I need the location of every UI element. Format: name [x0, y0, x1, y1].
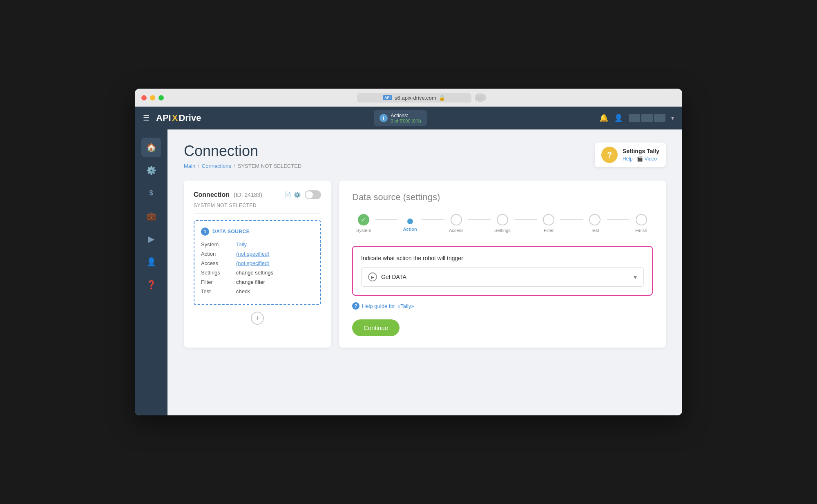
- actions-count: 0 of 5'000 (0%): [391, 118, 421, 123]
- avatar-block-2: [641, 114, 653, 122]
- breadcrumb-current: SYSTEM NOT SELECTED: [238, 163, 302, 169]
- ds-value-action[interactable]: (not specified): [236, 251, 270, 257]
- step-line-3: [468, 219, 491, 220]
- app-body: 🏠 ⚙️ $ 💼 ▶ 👤 ❓ Connection Main / Connect…: [135, 129, 682, 415]
- step-circle-settings: [497, 214, 508, 225]
- logo-text-pre: API: [156, 113, 171, 123]
- main-content: Connection Main / Connections / SYSTEM N…: [167, 129, 682, 415]
- sidebar-item-billing[interactable]: $: [141, 183, 161, 203]
- sidebar-item-workflows[interactable]: ⚙️: [141, 161, 161, 180]
- dropdown-chevron: ▾: [634, 273, 637, 281]
- step-label-filter: Filter: [544, 228, 554, 233]
- right-panel-title: Data source (settings): [352, 192, 653, 203]
- page-title: Connection: [184, 143, 301, 160]
- step-settings: Settings: [491, 214, 514, 233]
- action-selected-value: Get DATA: [381, 274, 406, 280]
- info-icon: i: [379, 114, 388, 122]
- ds-label-settings: Settings: [201, 270, 230, 276]
- system-not-selected-label: SYSTEM NOT SELECTED: [194, 203, 321, 214]
- continue-button[interactable]: Continue: [352, 319, 400, 336]
- action-select-left: ▶ Get DATA: [368, 272, 406, 281]
- help-question-icon: ?: [601, 147, 618, 163]
- lock-icon: 🔒: [439, 95, 445, 101]
- connection-title: Connection: [194, 191, 230, 198]
- settings-icon[interactable]: ⚙️: [294, 192, 301, 198]
- actions-label: Actions:: [391, 113, 421, 118]
- action-question: Indicate what action the robot will trig…: [361, 255, 644, 261]
- panel-title-settings: (settings): [403, 192, 440, 202]
- connection-header: Connection (ID: 24183) 📄 ⚙️: [194, 190, 321, 199]
- ds-value-filter: change filter: [236, 279, 265, 285]
- breadcrumb-main[interactable]: Main: [184, 163, 195, 169]
- step-label-access: Access: [449, 228, 463, 233]
- ds-row-settings: Settings change settings: [201, 270, 314, 276]
- more-button[interactable]: ···: [475, 94, 486, 102]
- panels: Connection (ID: 24183) 📄 ⚙️ SYSTEM NOT S…: [184, 181, 666, 348]
- toggle-switch[interactable]: [305, 190, 321, 199]
- video-link[interactable]: 🎬 Video: [637, 156, 657, 162]
- connection-id: (ID: 24183): [234, 192, 262, 198]
- close-button[interactable]: [141, 95, 147, 100]
- ds-row-test: Test check: [201, 288, 314, 294]
- help-title: Settings Tally: [623, 148, 659, 154]
- step-label-settings: Settings: [494, 228, 511, 233]
- ds-row-access: Access (not specified): [201, 260, 314, 266]
- logo-text-post: Drive: [179, 113, 201, 123]
- logo[interactable]: API X Drive: [156, 113, 201, 123]
- step-label-finish: Finish: [635, 228, 647, 233]
- step-circle-system: ✓: [358, 214, 369, 225]
- ds-row-system: System Tally: [201, 241, 314, 248]
- step-line-2: [422, 219, 445, 220]
- ds-row-filter: Filter change filter: [201, 279, 314, 285]
- step-line-4: [514, 219, 537, 220]
- ds-row-action: Action (not specified): [201, 251, 314, 257]
- ds-value-system[interactable]: Tally: [236, 241, 247, 248]
- sidebar-item-account[interactable]: 👤: [141, 252, 161, 272]
- sidebar-item-help[interactable]: ❓: [141, 275, 161, 294]
- actions-info: Actions: 0 of 5'000 (0%): [391, 113, 421, 123]
- breadcrumb-sep-2: /: [234, 163, 235, 169]
- add-datasource-button[interactable]: +: [251, 312, 264, 325]
- step-line-6: [607, 219, 630, 220]
- sidebar-item-play[interactable]: ▶: [141, 229, 161, 249]
- sidebar-item-home[interactable]: 🏠: [141, 138, 161, 157]
- step-test: Test: [583, 214, 607, 233]
- user-icon[interactable]: 👤: [614, 114, 623, 123]
- url-text: s6.apix-drive.com: [395, 95, 436, 101]
- step-circle-action: [407, 219, 413, 224]
- step-line-5: [560, 219, 583, 220]
- video-icon: 🎬: [637, 156, 643, 162]
- help-guide-prefix: Help guide for: [362, 303, 395, 309]
- video-label: Video: [645, 156, 657, 162]
- help-link[interactable]: Help: [623, 156, 633, 162]
- document-icon[interactable]: 📄: [284, 192, 291, 198]
- data-source-card: 1 DATA SOURCE System Tally Action (not s…: [194, 220, 321, 305]
- menu-icon[interactable]: ☰: [143, 114, 150, 123]
- titlebar: API s6.apix-drive.com 🔒 ···: [135, 89, 682, 107]
- ds-label-filter: Filter: [201, 279, 230, 285]
- sidebar: 🏠 ⚙️ $ 💼 ▶ 👤 ❓: [135, 129, 167, 415]
- minimize-button[interactable]: [150, 95, 155, 100]
- avatar-block-1: [629, 114, 640, 122]
- connection-icons: 📄 ⚙️: [284, 192, 301, 198]
- actions-badge: i Actions: 0 of 5'000 (0%): [374, 110, 427, 126]
- user-menu-chevron[interactable]: ▾: [671, 115, 674, 121]
- logo-x: X: [172, 113, 178, 123]
- step-access: Access: [444, 214, 468, 233]
- ds-value-access[interactable]: (not specified): [236, 260, 270, 266]
- bell-icon[interactable]: 🔔: [599, 114, 608, 123]
- url-bar[interactable]: API s6.apix-drive.com 🔒: [357, 93, 471, 103]
- help-content: Settings Tally Help 🎬 Video: [623, 148, 659, 162]
- step-finish: Finish: [629, 214, 653, 233]
- help-guide-service[interactable]: «Tally»: [397, 303, 414, 309]
- maximize-button[interactable]: [158, 95, 164, 100]
- breadcrumb-connections[interactable]: Connections: [202, 163, 231, 169]
- step-circle-test: [589, 214, 600, 225]
- play-icon: ▶: [368, 272, 377, 281]
- step-filter: Filter: [537, 214, 560, 233]
- sidebar-item-connections[interactable]: 💼: [141, 206, 161, 226]
- action-select-dropdown[interactable]: ▶ Get DATA ▾: [361, 267, 644, 287]
- step-action: Action: [398, 216, 422, 232]
- step-system: ✓ System: [352, 214, 375, 233]
- app-window: API s6.apix-drive.com 🔒 ··· ☰ API X Driv…: [135, 89, 682, 415]
